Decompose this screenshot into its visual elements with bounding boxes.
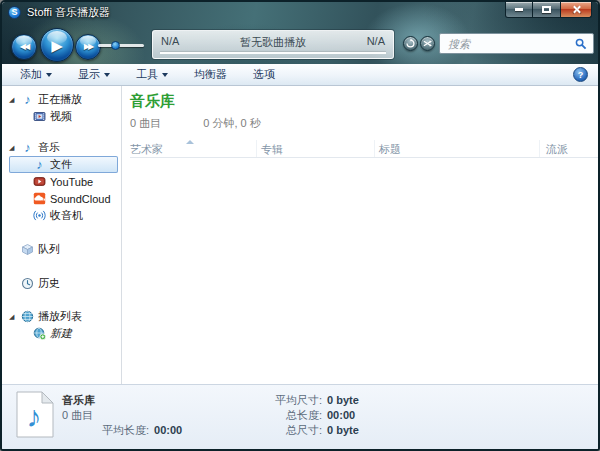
shuffle-button[interactable] xyxy=(420,36,435,51)
expander-icon[interactable]: ◢ xyxy=(9,144,21,151)
sidebar-item-history[interactable]: 历史 xyxy=(9,275,118,292)
repeat-icon xyxy=(406,39,415,48)
sidebar-item-label: 队列 xyxy=(38,242,60,257)
statusbar-metrics: 平均尺寸:0 byte 总长度:00:00 总尺寸:0 byte xyxy=(230,393,359,438)
close-icon xyxy=(572,5,581,14)
maximize-button[interactable] xyxy=(533,2,561,18)
search-input[interactable] xyxy=(440,38,575,50)
play-button[interactable]: ▶ xyxy=(40,28,74,62)
next-icon: ▶▶ xyxy=(84,43,92,51)
window-controls xyxy=(505,2,592,18)
column-header-album[interactable]: 专辑 xyxy=(261,142,283,157)
soundcloud-icon xyxy=(33,192,46,205)
minimize-button[interactable] xyxy=(505,2,533,18)
menu-label: 工具 xyxy=(136,67,158,82)
expander-icon[interactable]: ◢ xyxy=(9,96,21,103)
metric-label: 平均尺寸: xyxy=(230,393,322,408)
player-toolbar: ◀◀ ▶ ▶▶ N/A 暂无歌曲播放 N/A xyxy=(2,22,598,64)
sidebar-item-now-playing[interactable]: ◢ ♪ 正在播放 xyxy=(9,91,118,108)
content-area: ◢ ♪ 正在播放 视频 xyxy=(2,86,598,384)
statusbar: ♪ 音乐库 0 曲目 平均长度:00:00 平均尺寸:0 byte 总长度:00… xyxy=(2,384,598,449)
repeat-button[interactable] xyxy=(403,36,418,51)
menu-label: 均衡器 xyxy=(194,67,227,82)
metric-value: 0 byte xyxy=(327,393,359,408)
sidebar-item-soundcloud[interactable]: SoundCloud xyxy=(9,190,118,207)
chevron-down-icon xyxy=(162,73,168,77)
next-button[interactable]: ▶▶ xyxy=(75,34,101,60)
sidebar-item-youtube[interactable]: YouTube xyxy=(9,173,118,190)
metric-label: 总长度: xyxy=(230,408,322,423)
metric-value: 0 byte xyxy=(327,423,359,438)
sidebar-item-label: 正在播放 xyxy=(38,92,82,107)
help-button[interactable]: ? xyxy=(573,67,588,82)
sidebar-item-new-playlist[interactable]: 新建 xyxy=(9,325,118,342)
sort-ascending-icon xyxy=(186,140,194,144)
column-header-title[interactable]: 标题 xyxy=(379,142,401,157)
queue-icon xyxy=(21,243,34,256)
menu-tools[interactable]: 工具 xyxy=(132,65,172,84)
menu-label: 显示 xyxy=(78,67,100,82)
menu-display[interactable]: 显示 xyxy=(74,65,114,84)
help-icon: ? xyxy=(578,70,584,80)
play-icon: ▶ xyxy=(51,38,63,53)
metric-total-size: 总尺寸:0 byte xyxy=(230,423,359,438)
previous-icon: ◀◀ xyxy=(20,43,28,51)
search-box xyxy=(439,33,594,54)
chevron-down-icon xyxy=(104,73,110,77)
avg-length-label: 平均长度: xyxy=(102,424,149,436)
volume-slider-thumb[interactable] xyxy=(111,41,120,50)
minimize-icon xyxy=(515,8,523,11)
remaining-time: N/A xyxy=(367,35,385,47)
expander-icon[interactable]: ◢ xyxy=(9,313,21,320)
maximize-icon xyxy=(542,6,551,13)
sidebar-item-music[interactable]: ◢ ♪ 音乐 xyxy=(9,139,118,156)
chevron-down-icon xyxy=(46,73,52,77)
menu-add[interactable]: 添加 xyxy=(16,65,56,84)
sidebar-item-label: 视频 xyxy=(50,109,72,124)
library-duration: 0 分钟, 0 秒 xyxy=(203,117,260,129)
music-note-icon: ♪ xyxy=(21,93,34,106)
sidebar-item-label: SoundCloud xyxy=(50,193,111,205)
app-window: S Stoffi 音乐播放器 ◀◀ ▶ ▶▶ N/A 暂无歌曲播放 N/A xyxy=(0,0,600,451)
sidebar-item-video[interactable]: 视频 xyxy=(9,108,118,125)
library-title: 音乐库 xyxy=(130,92,598,111)
column-header-artist[interactable]: 艺术家 xyxy=(130,142,163,157)
radio-icon xyxy=(33,209,46,222)
close-button[interactable] xyxy=(561,2,592,18)
previous-button[interactable]: ◀◀ xyxy=(11,34,37,60)
volume-slider[interactable] xyxy=(98,44,144,47)
music-file-icon: ♪ xyxy=(16,391,54,438)
sidebar-item-files[interactable]: ♪ 文件 xyxy=(9,156,118,173)
sidebar: ◢ ♪ 正在播放 视频 xyxy=(2,86,122,384)
sidebar-item-label: 文件 xyxy=(50,157,72,172)
table-header: 艺术家 专辑 标题 流派 xyxy=(130,140,598,158)
menu-equalizer[interactable]: 均衡器 xyxy=(190,65,231,84)
library-stats: 0 曲目 0 分钟, 0 秒 xyxy=(130,116,598,131)
metric-avg-size: 平均尺寸:0 byte xyxy=(230,393,359,408)
glass-header: S Stoffi 音乐播放器 ◀◀ ▶ ▶▶ N/A 暂无歌曲播放 N/A xyxy=(2,2,598,64)
sidebar-item-playlists[interactable]: ◢ 播放列表 xyxy=(9,308,118,325)
sidebar-item-queue[interactable]: 队列 xyxy=(9,241,118,258)
column-header-genre[interactable]: 流派 xyxy=(546,142,568,157)
metric-total-length: 总长度:00:00 xyxy=(230,408,359,423)
menu-label: 添加 xyxy=(20,67,42,82)
column-divider xyxy=(374,140,375,157)
sidebar-item-label: 音乐 xyxy=(38,140,60,155)
metric-value: 00:00 xyxy=(327,408,355,423)
menu-options[interactable]: 选项 xyxy=(249,65,279,84)
sidebar-item-radio[interactable]: 收音机 xyxy=(9,207,118,224)
library-track-count: 0 曲目 xyxy=(130,117,161,129)
seek-bar[interactable] xyxy=(160,52,386,54)
magnifier-icon[interactable] xyxy=(575,38,587,50)
svg-text:♪: ♪ xyxy=(27,400,42,433)
column-divider xyxy=(539,140,540,157)
window-title: Stoffi 音乐播放器 xyxy=(27,5,110,20)
music-note-icon: ♪ xyxy=(21,141,34,154)
video-icon xyxy=(33,110,46,123)
sidebar-item-label: 新建 xyxy=(50,326,72,341)
shuffle-icon xyxy=(423,39,432,48)
statusbar-source-title: 音乐库 xyxy=(62,393,95,408)
statusbar-track-count: 0 曲目 xyxy=(62,408,93,423)
sidebar-item-label: YouTube xyxy=(50,176,93,188)
sidebar-item-label: 历史 xyxy=(38,276,60,291)
